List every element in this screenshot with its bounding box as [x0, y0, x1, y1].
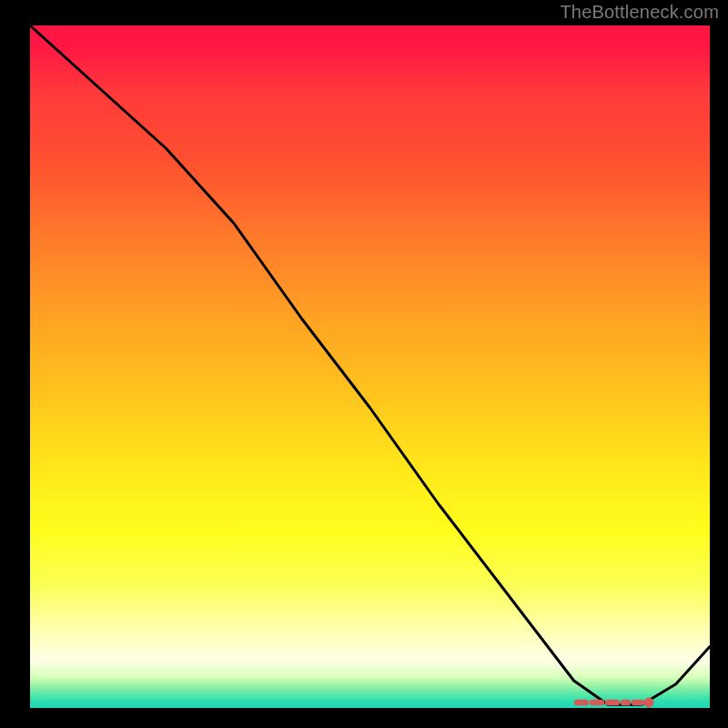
curve-overlay	[30, 25, 710, 708]
plot-area	[30, 25, 710, 708]
data-curve	[30, 25, 710, 704]
svg-point-5	[644, 698, 653, 707]
attribution-text: TheBottleneck.com	[560, 2, 719, 23]
chart-frame: TheBottleneck.com	[0, 0, 728, 728]
